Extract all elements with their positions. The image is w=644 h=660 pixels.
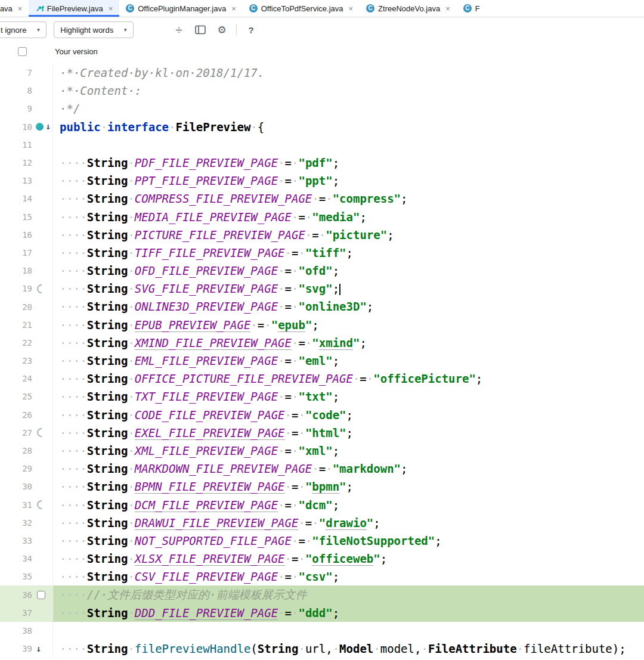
- tab-java[interactable]: java×: [0, 0, 29, 17]
- gutter-icons: [32, 244, 52, 262]
- diff-toolbar: t ignore ▼ Highlight words ▼ ÷ ⚙ ?: [0, 17, 644, 42]
- code-text[interactable]: ····String·SVG_FILE_PREVIEW_PAGE·=·"svg"…: [52, 280, 644, 298]
- code-text[interactable]: public·interface·FilePreview·{: [52, 118, 644, 136]
- code-text[interactable]: ····String·CSV_FILE_PREVIEW_PAGE·=·"csv"…: [52, 568, 644, 585]
- line-number: 24: [0, 374, 32, 383]
- fold-marker-icon[interactable]: [37, 284, 42, 293]
- line-number: 37: [0, 608, 32, 618]
- code-text[interactable]: ····String·ONLINE3D_PREVIEW_PAGE·=·"onli…: [52, 298, 644, 315]
- gutter: 16: [0, 226, 52, 244]
- tab-ztreenodevo-java[interactable]: CZtreeNodeVo.java×: [360, 0, 457, 17]
- code-text[interactable]: ····String·NOT_SUPPORTED_FILE_PAGE·=·"fi…: [52, 532, 644, 550]
- code-line-13: 13····String·PPT_FILE_PREVIEW_PAGE·=·"pp…: [0, 172, 644, 190]
- code-text[interactable]: ····String·EXEL_FILE_PREVIEW_PAGE·=·"htm…: [52, 424, 644, 442]
- code-text[interactable]: ····String·EPUB_PREVIEW_PAGE·=·"epub";: [52, 316, 644, 334]
- class-icon: C: [366, 4, 374, 13]
- code-line-27: 27····String·EXEL_FILE_PREVIEW_PAGE·=·"h…: [0, 424, 644, 442]
- gutter: 34: [0, 550, 52, 568]
- class-icon: C: [249, 4, 258, 13]
- code-text[interactable]: ·*·Created·by·kl·on·2018/1/17.: [52, 64, 644, 82]
- code-text[interactable]: ·*/: [52, 100, 644, 117]
- chevron-down-icon: ▼: [36, 27, 41, 33]
- code-line-24: 24····String·OFFICE_PICTURE_FILE_PREVIEW…: [0, 370, 644, 388]
- code-line-16: 16····String·PICTURE_FILE_PREVIEW_PAGE·=…: [0, 226, 644, 244]
- code-text[interactable]: ····String·XML_FILE_PREVIEW_PAGE·=·"xml"…: [52, 442, 644, 460]
- tab-label: OfficeToPdfService.java: [261, 4, 343, 13]
- code-text[interactable]: ····String·TIFF_FILE_PREVIEW_PAGE·=·"tif…: [52, 244, 644, 262]
- class-icon: C: [126, 4, 134, 13]
- collapse-unchanged-icon[interactable]: ÷: [172, 22, 186, 38]
- code-text[interactable]: ····String·XMIND_FILE_PREVIEW_PAGE·=·"xm…: [52, 334, 644, 352]
- code-text[interactable]: ····String·DDD_FILE_PREVIEW_PAGE·=·"ddd"…: [52, 604, 644, 622]
- tab-close-icon[interactable]: ×: [109, 4, 113, 13]
- line-number: 12: [0, 158, 32, 168]
- code-text[interactable]: ····String·filePreviewHandle(String·url,…: [52, 640, 644, 658]
- code-line-35: 35····String·CSV_FILE_PREVIEW_PAGE·=·"cs…: [0, 568, 644, 585]
- code-text[interactable]: ····String·COMPRESS_FILE_PREVIEW_PAGE·=·…: [52, 190, 644, 207]
- gutter: 23: [0, 352, 52, 370]
- code-text[interactable]: ····String·MARKDOWN_FILE_PREVIEW_PAGE·=·…: [52, 460, 644, 478]
- code-text[interactable]: ····//·文件后缀类型对应的·前端模板展示文件: [52, 585, 644, 603]
- editor-panel-icon[interactable]: [193, 22, 208, 38]
- code-text[interactable]: ····String·DRAWUI_FILE_PREVIEW_PAGE·=·"d…: [52, 514, 644, 532]
- fold-marker-icon[interactable]: [37, 428, 42, 437]
- gutter-icons: [32, 604, 52, 622]
- tab-filepreview-java[interactable]: ↗fFilePreview.java×: [29, 0, 119, 17]
- ignore-policy-dropdown[interactable]: t ignore ▼: [0, 21, 47, 38]
- gutter-icons: [32, 172, 52, 190]
- tab-label: ZtreeNodeVo.java: [378, 4, 440, 13]
- code-line-26: 26····String·CODE_FILE_PREVIEW_PAGE·=·"c…: [0, 406, 644, 424]
- line-number: 8: [0, 86, 32, 95]
- gutter: 29: [0, 460, 52, 478]
- code-line-7: 7·*·Created·by·kl·on·2018/1/17.: [0, 64, 644, 82]
- gutter-icons: [32, 298, 52, 315]
- implementations-icon[interactable]: ↓: [45, 122, 51, 131]
- interface-icon[interactable]: [36, 123, 44, 131]
- line-number: 15: [0, 212, 32, 222]
- tab-close-icon[interactable]: ×: [445, 4, 450, 13]
- code-text[interactable]: ····String·OFFICE_PICTURE_FILE_PREVIEW_P…: [52, 370, 644, 388]
- gutter: 27: [0, 424, 52, 442]
- diff-line-checkbox[interactable]: [37, 591, 45, 599]
- tab-officetopdfservice-java[interactable]: COfficeToPdfService.java×: [243, 0, 360, 17]
- code-text[interactable]: ····String·PICTURE_FILE_PREVIEW_PAGE·=·"…: [52, 226, 644, 244]
- code-text[interactable]: ····String·EML_FILE_PREVIEW_PAGE·=·"eml"…: [52, 352, 644, 370]
- highlight-mode-dropdown[interactable]: Highlight words ▼: [54, 21, 134, 38]
- code-text[interactable]: ····String·PDF_FILE_PREVIEW_PAGE·=·"pdf"…: [52, 154, 644, 172]
- code-text[interactable]: ····String·CODE_FILE_PREVIEW_PAGE·=·"cod…: [52, 406, 644, 424]
- code-text[interactable]: ····String·XLSX_FILE_PREVIEW_PAGE·=·"off…: [52, 550, 644, 568]
- gutter: 36: [0, 585, 52, 603]
- code-text[interactable]: ····String·BPMN_FILE_PREVIEW_PAGE·=·"bpm…: [52, 478, 644, 495]
- gutter-icons: [32, 64, 52, 82]
- gutter: 10↓: [0, 118, 52, 136]
- code-text[interactable]: ····String·MEDIA_FILE_PREVIEW_PAGE·=·"me…: [52, 208, 644, 226]
- fold-marker-icon[interactable]: [37, 500, 42, 509]
- code-text[interactable]: [52, 136, 644, 154]
- code-text[interactable]: ····String·TXT_FILE_PREVIEW_PAGE·=·"txt"…: [52, 388, 644, 405]
- code-text[interactable]: ····String·PPT_FILE_PREVIEW_PAGE·=·"ppt"…: [52, 172, 644, 190]
- code-line-37: 37····String·DDD_FILE_PREVIEW_PAGE·=·"dd…: [0, 604, 644, 622]
- code-line-29: 29····String·MARKDOWN_FILE_PREVIEW_PAGE·…: [0, 460, 644, 478]
- tab-f[interactable]: CF: [457, 0, 487, 17]
- code-text[interactable]: [52, 622, 644, 640]
- gutter: 25: [0, 388, 52, 405]
- settings-gear-icon[interactable]: ⚙: [215, 22, 229, 38]
- gutter-icons: [32, 442, 52, 460]
- code-line-17: 17····String·TIFF_FILE_PREVIEW_PAGE·=·"t…: [0, 244, 644, 262]
- code-text[interactable]: ····String·OFD_FILE_PREVIEW_PAGE·=·"ofd"…: [52, 262, 644, 280]
- line-number: 11: [0, 140, 32, 150]
- tab-close-icon[interactable]: ×: [18, 4, 23, 13]
- implementations-icon[interactable]: ↓: [36, 644, 41, 653]
- code-line-8: 8·*·Content·:: [0, 82, 644, 100]
- gutter-icons: [32, 316, 52, 334]
- help-icon[interactable]: ?: [244, 22, 258, 38]
- code-text[interactable]: ·*·Content·:: [52, 82, 644, 100]
- tab-close-icon[interactable]: ×: [231, 4, 236, 13]
- line-number: 39: [0, 644, 32, 653]
- line-number: 30: [0, 482, 32, 491]
- gutter: 15: [0, 208, 52, 226]
- code-text[interactable]: ····String·DCM_FILE_PREVIEW_PAGE·=·"dcm"…: [52, 496, 644, 514]
- tab-officepluginmanager-java[interactable]: COfficePluginManager.java×: [119, 0, 243, 17]
- tab-close-icon[interactable]: ×: [349, 4, 354, 13]
- your-version-checkbox[interactable]: [18, 47, 27, 56]
